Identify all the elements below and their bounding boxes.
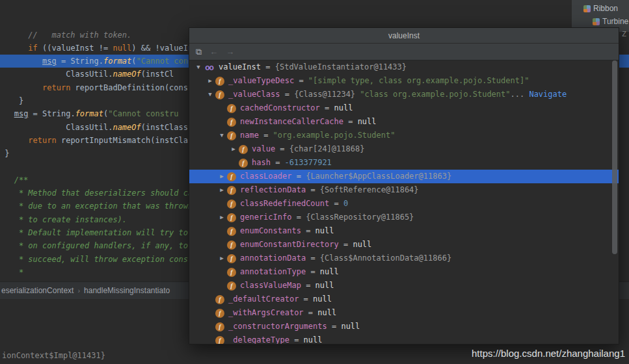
variable-status-text: ionContext$Impl@11431} <box>2 351 105 360</box>
tree-row[interactable]: ▶ f classLoader = {Launcher$AppClassLoad… <box>189 170 619 183</box>
equals-sign: = <box>289 333 304 344</box>
equals-sign: = <box>320 101 334 115</box>
tree-row[interactable]: ▼ f _valueClass = {Class@11234} "class o… <box>189 88 619 101</box>
equals-sign: = <box>306 183 320 197</box>
popup-title: valueInst <box>388 31 420 40</box>
value-part: null <box>317 308 336 317</box>
expand-arrow-icon[interactable]: ▶ <box>217 252 227 265</box>
tree-row[interactable]: ▶ f value = {char[24]@11868} <box>189 142 619 156</box>
variable-name: valueInst <box>219 60 261 74</box>
code-segment: nameOf <box>113 123 141 132</box>
code-segment: (instCl <box>141 70 174 79</box>
expand-arrow-icon[interactable]: ▼ <box>193 60 204 74</box>
field-icon: f <box>239 145 248 154</box>
navigate-link[interactable]: Navigate <box>529 90 567 99</box>
tree-row[interactable]: f enumConstantDirectory = null <box>189 238 619 252</box>
field-icon: f <box>227 131 236 140</box>
expand-arrow-icon[interactable]: ▶ <box>217 211 227 224</box>
expand-arrow-icon[interactable]: ▶ <box>205 74 215 88</box>
tree-row[interactable]: ▶ f _valueTypeDesc = "[simple type, clas… <box>189 74 619 88</box>
code-segment: "Cannot con <box>137 57 188 66</box>
tree-row[interactable]: f cachedConstructor = null <box>189 101 619 115</box>
code-segment: /** <box>0 176 28 185</box>
right-panel-item[interactable]: Turbine <box>572 15 629 28</box>
field-icon: f <box>227 227 236 236</box>
variable-value: null <box>358 115 377 129</box>
stray-label: Z <box>622 30 626 38</box>
tree-row[interactable]: f newInstanceCallerCache = null <box>189 115 619 129</box>
code-segment <box>0 136 28 145</box>
expand-arrow-icon[interactable]: ▶ <box>217 183 227 197</box>
value-part: "class org.example.pojo.Student" <box>360 90 510 99</box>
class-icon <box>593 18 600 25</box>
tree-row[interactable]: f _withArgsCreator = null <box>189 306 619 320</box>
code-segment: return <box>28 136 61 145</box>
variable-name: _constructorArguments <box>228 320 327 333</box>
tree-row[interactable]: f _defaultCreator = null <box>189 292 619 306</box>
equals-sign: = <box>306 265 320 279</box>
variable-name: annotationType <box>240 265 306 279</box>
variable-name: _delegateType <box>228 333 289 344</box>
expand-arrow-icon[interactable]: ▼ <box>205 88 215 101</box>
equals-sign: = <box>329 197 343 211</box>
code-segment: * succeed, will throw exception constr <box>0 255 197 264</box>
equals-sign: = <box>301 224 315 238</box>
variable-value: {Launcher$AppClassLoader@11863} <box>306 170 451 183</box>
variable-name: hash <box>252 156 271 170</box>
variable-value: null <box>353 238 371 252</box>
inspect-popup: valueInst ⧉ ← → ▼ oo valueInst = {StdVal… <box>189 27 619 344</box>
right-panel-item[interactable]: Ribbon <box>572 2 629 15</box>
forward-icon[interactable]: → <box>226 47 234 56</box>
tree-row[interactable]: ▶ f genericInfo = {ClassRepository@11865… <box>189 211 619 224</box>
tree-row[interactable]: ▶ f annotationData = {Class$AnnotationDa… <box>189 252 619 265</box>
code-segment: msg <box>42 57 57 66</box>
breadcrumb-item[interactable]: eserializationContext <box>1 286 74 295</box>
value-part: ... <box>511 90 529 99</box>
tree-row[interactable]: f annotationType = null <box>189 265 619 279</box>
value-part: null <box>313 294 332 304</box>
equals-sign: = <box>291 211 306 224</box>
tree-row[interactable]: f enumConstants = null <box>189 224 619 238</box>
field-icon: f <box>215 90 224 99</box>
equals-sign: = <box>294 74 308 88</box>
inspect-icon[interactable]: ⧉ <box>196 47 202 56</box>
expand-arrow-icon[interactable]: ▶ <box>228 142 239 156</box>
tree-row[interactable]: f hash = -613377921 <box>189 156 619 170</box>
code-segment: = String. <box>57 57 103 66</box>
tree-row[interactable]: f classValueMap = null <box>189 279 619 292</box>
equals-sign: = <box>259 129 273 142</box>
back-icon[interactable]: ← <box>209 47 218 56</box>
variable-name: newInstanceCallerCache <box>240 115 343 129</box>
code-segment: format <box>103 57 131 66</box>
variable-value: {char[24]@11868} <box>289 142 365 156</box>
tree-row[interactable]: f _delegateType = null <box>189 333 619 344</box>
value-part: {Class@11234} <box>294 90 360 99</box>
variable-name: classRedefinedCount <box>240 197 329 211</box>
code-segment: // match with token. <box>0 31 131 40</box>
tree-row[interactable]: ▶ f reflectionData = {SoftReference@1186… <box>189 183 619 197</box>
code-segment: = String. <box>28 109 75 118</box>
variable-value: "[simple type, class org.example.pojo.St… <box>308 74 529 88</box>
variable-value: null <box>317 306 336 320</box>
expand-arrow-icon[interactable]: ▼ <box>217 129 227 142</box>
code-segment: null <box>113 44 131 53</box>
variable-name: name <box>240 129 259 142</box>
tree-row[interactable]: f _constructorArguments = null <box>189 320 619 333</box>
value-part: null <box>320 267 339 276</box>
class-icon <box>583 5 591 12</box>
code-segment: * Default implementation will try to <box>0 228 188 237</box>
field-icon: f <box>227 172 236 181</box>
tree-row[interactable]: ▼ oo valueInst = {StdValueInstantiator@1… <box>189 60 619 74</box>
code-segment: ((valueInst != <box>42 44 113 53</box>
tree-row[interactable]: f classRedefinedCount = 0 <box>189 197 619 211</box>
breadcrumb-item[interactable]: handleMissingInstantiato <box>84 286 170 295</box>
value-part: {Class$AnnotationData@11866} <box>320 254 451 263</box>
popup-scrollbar[interactable] <box>612 60 617 254</box>
right-item-label: Ribbon <box>593 4 618 13</box>
variable-value: null <box>320 265 339 279</box>
tree-row[interactable]: ▼ f name = "org.example.pojo.Student" <box>189 129 619 142</box>
expand-arrow-icon[interactable]: ▶ <box>217 170 227 183</box>
code-segment: (instClass) <box>141 123 193 132</box>
code-segment: * due to an exception that was thrown <box>0 202 193 211</box>
variable-name: classLoader <box>240 170 291 183</box>
